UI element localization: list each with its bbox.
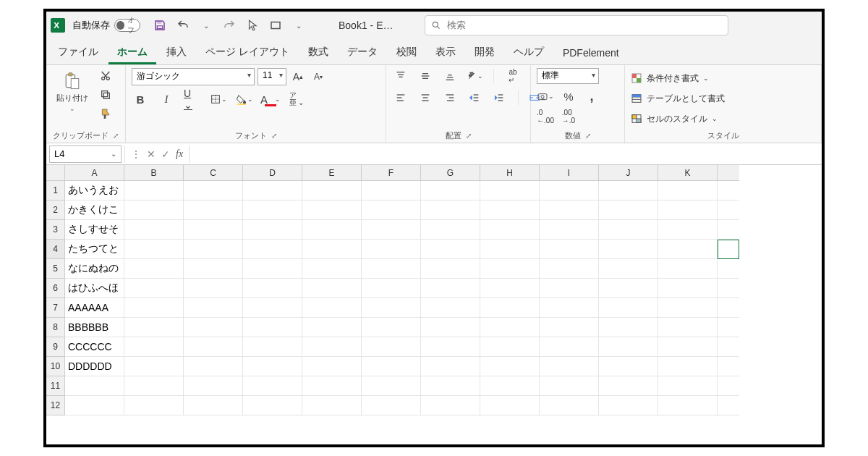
increase-indent-button[interactable] xyxy=(490,90,508,106)
column-header[interactable]: G xyxy=(421,165,480,181)
cell[interactable] xyxy=(124,298,184,318)
row-header[interactable]: 3 xyxy=(46,220,65,240)
cell[interactable] xyxy=(540,337,599,357)
tab-layout[interactable]: ページ レイアウト xyxy=(197,41,298,64)
cell[interactable] xyxy=(362,259,421,279)
autosave-toggle[interactable]: 自動保存 オフ xyxy=(72,19,140,32)
cell[interactable] xyxy=(658,298,718,318)
redo-button[interactable] xyxy=(221,17,237,33)
cell[interactable] xyxy=(480,220,540,240)
cell[interactable] xyxy=(243,337,302,357)
italic-button[interactable]: I xyxy=(158,91,175,107)
copy-button[interactable] xyxy=(97,87,114,103)
cell[interactable] xyxy=(302,259,362,279)
cell[interactable] xyxy=(480,376,540,396)
cell[interactable] xyxy=(480,357,540,376)
cell[interactable] xyxy=(658,259,718,279)
decrease-font-button[interactable]: A▾ xyxy=(310,69,327,85)
cell[interactable] xyxy=(718,376,739,396)
cell[interactable] xyxy=(658,279,718,298)
paste-button[interactable]: 貼り付け ⌄ xyxy=(52,68,93,115)
cell[interactable] xyxy=(243,376,302,396)
comma-button[interactable]: , xyxy=(583,88,600,104)
cell[interactable] xyxy=(124,396,184,415)
cell[interactable] xyxy=(243,318,302,337)
cell[interactable] xyxy=(540,220,599,240)
cell[interactable] xyxy=(658,337,718,357)
cell[interactable] xyxy=(302,181,362,200)
cell[interactable] xyxy=(480,298,540,318)
cell[interactable]: さしすせそ xyxy=(65,220,124,240)
cell[interactable] xyxy=(421,318,480,337)
cell[interactable] xyxy=(599,298,658,318)
cell[interactable] xyxy=(480,240,540,259)
wrap-text-button[interactable]: ab↵ xyxy=(504,68,522,84)
cell[interactable] xyxy=(124,220,184,240)
cell[interactable] xyxy=(540,240,599,259)
cell[interactable] xyxy=(243,220,302,240)
align-center-button[interactable] xyxy=(417,90,434,106)
cell[interactable] xyxy=(124,376,184,396)
cell[interactable] xyxy=(718,220,739,240)
formula-input[interactable] xyxy=(190,145,822,163)
cell[interactable] xyxy=(362,318,421,337)
cell[interactable] xyxy=(599,220,658,240)
cell[interactable] xyxy=(718,181,739,200)
cell[interactable]: DDDDDD xyxy=(65,357,124,376)
row-header[interactable]: 11 xyxy=(46,376,65,396)
cell[interactable] xyxy=(243,396,302,415)
cell[interactable] xyxy=(302,240,362,259)
cell[interactable] xyxy=(599,240,658,259)
row-header[interactable]: 4 xyxy=(46,240,65,259)
currency-button[interactable]: ⌄ xyxy=(537,88,554,104)
cell[interactable] xyxy=(480,318,540,337)
format-painter-button[interactable] xyxy=(97,106,114,122)
row-header[interactable]: 6 xyxy=(46,279,65,298)
cell[interactable] xyxy=(718,396,739,415)
cell[interactable] xyxy=(658,181,718,200)
cell[interactable] xyxy=(184,200,243,220)
tab-data[interactable]: データ xyxy=(339,41,386,64)
cell[interactable] xyxy=(184,279,243,298)
tab-file[interactable]: ファイル xyxy=(49,41,107,64)
cell[interactable] xyxy=(124,337,184,357)
cell[interactable] xyxy=(124,279,184,298)
cell[interactable] xyxy=(421,200,480,220)
number-launcher[interactable]: ⤢ xyxy=(585,132,591,140)
cell[interactable] xyxy=(718,279,739,298)
cell[interactable] xyxy=(362,279,421,298)
bold-button[interactable]: B xyxy=(132,91,149,107)
cell[interactable] xyxy=(718,298,739,318)
tab-review[interactable]: 校閲 xyxy=(388,41,425,64)
cell[interactable] xyxy=(718,357,739,376)
tab-developer[interactable]: 開発 xyxy=(466,41,503,64)
cell[interactable] xyxy=(718,337,739,357)
column-header[interactable]: B xyxy=(124,165,184,181)
orientation-button[interactable]: ab⌄ xyxy=(466,68,483,84)
cell[interactable] xyxy=(480,337,540,357)
cell[interactable] xyxy=(421,298,480,318)
toggle-switch[interactable]: オフ xyxy=(114,19,140,32)
tab-insert[interactable]: 挿入 xyxy=(158,41,195,64)
cell[interactable]: BBBBBB xyxy=(65,318,124,337)
cell[interactable] xyxy=(243,259,302,279)
cell[interactable] xyxy=(421,181,480,200)
cell[interactable] xyxy=(243,181,302,200)
align-left-button[interactable] xyxy=(392,90,409,106)
cell[interactable] xyxy=(480,396,540,415)
cursor-icon[interactable] xyxy=(244,17,260,33)
cell[interactable] xyxy=(540,376,599,396)
cell[interactable] xyxy=(124,240,184,259)
cell[interactable] xyxy=(599,396,658,415)
cell[interactable] xyxy=(184,298,243,318)
save-button[interactable] xyxy=(152,17,168,33)
cell[interactable] xyxy=(362,396,421,415)
cell[interactable] xyxy=(184,337,243,357)
cell[interactable] xyxy=(302,337,362,357)
cell[interactable] xyxy=(243,279,302,298)
number-format-select[interactable]: 標準 xyxy=(537,68,599,84)
cell[interactable] xyxy=(184,376,243,396)
cancel-formula-button[interactable]: ✕ xyxy=(147,148,156,160)
cell[interactable] xyxy=(599,181,658,200)
cell[interactable] xyxy=(540,200,599,220)
